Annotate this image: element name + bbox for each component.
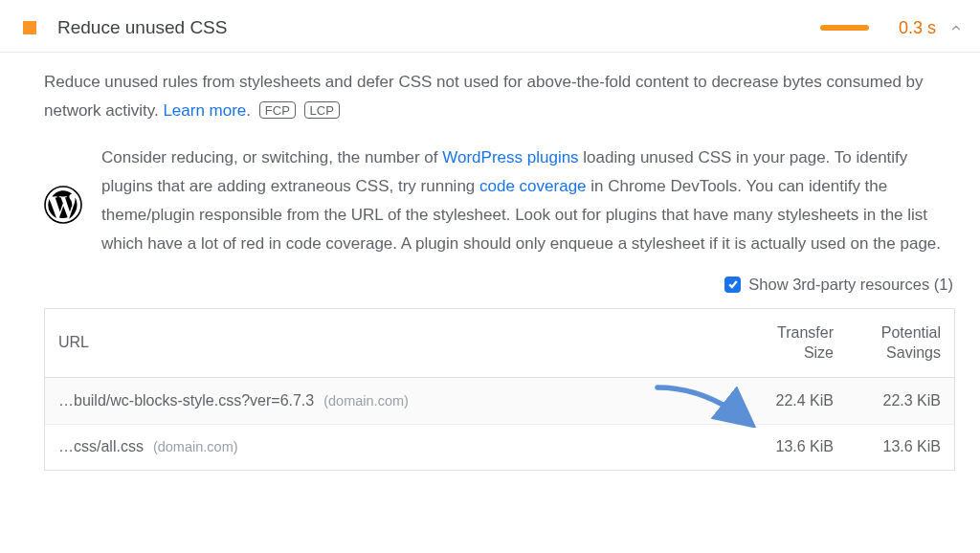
timing-value: 0.3 s <box>899 18 936 38</box>
third-party-toggle-row: Show 3rd-party resources (1) <box>44 271 955 299</box>
row-transfer: 13.6 KiB <box>726 433 834 460</box>
row-url: …css/all.css(domain.com) <box>58 433 726 460</box>
col-header-savings: PotentialSavings <box>834 322 941 364</box>
audit-panel: Reduce unused CSS 0.3 s Reduce unused ru… <box>0 0 980 471</box>
stack-pack-text: Consider reducing, or switching, the num… <box>101 144 955 259</box>
resources-table: URL TransferSize PotentialSavings …build… <box>44 308 955 471</box>
stack-pack-block: Consider reducing, or switching, the num… <box>44 144 955 259</box>
row-savings: 13.6 KiB <box>834 433 941 460</box>
lcp-tag: LCP <box>304 101 340 119</box>
timing-gauge <box>820 25 878 31</box>
table-row[interactable]: …build/wc-blocks-style.css?ver=6.7.3(dom… <box>45 378 954 424</box>
row-url: …build/wc-blocks-style.css?ver=6.7.3(dom… <box>58 387 726 414</box>
chevron-up-icon[interactable] <box>949 21 963 34</box>
third-party-checkbox[interactable] <box>724 276 741 293</box>
audit-header[interactable]: Reduce unused CSS 0.3 s <box>0 17 980 53</box>
wordpress-icon <box>44 186 82 224</box>
third-party-label: Show 3rd-party resources (1) <box>748 271 953 299</box>
audit-description: Reduce unused rules from stylesheets and… <box>44 68 955 126</box>
col-header-transfer: TransferSize <box>726 322 834 364</box>
fcp-tag: FCP <box>259 101 296 119</box>
audit-title: Reduce unused CSS <box>57 17 820 38</box>
code-coverage-link[interactable]: code coverage <box>479 177 587 195</box>
severity-square-icon <box>23 21 36 34</box>
table-row[interactable]: …css/all.css(domain.com) 13.6 KiB 13.6 K… <box>45 424 954 470</box>
audit-body: Reduce unused rules from stylesheets and… <box>0 53 980 471</box>
row-savings: 22.3 KiB <box>834 387 941 414</box>
table-header: URL TransferSize PotentialSavings <box>45 309 954 378</box>
row-transfer: 22.4 KiB <box>726 387 834 414</box>
learn-more-link[interactable]: Learn more <box>163 101 246 120</box>
col-header-url: URL <box>58 329 726 356</box>
wordpress-plugins-link[interactable]: WordPress plugins <box>442 148 578 166</box>
